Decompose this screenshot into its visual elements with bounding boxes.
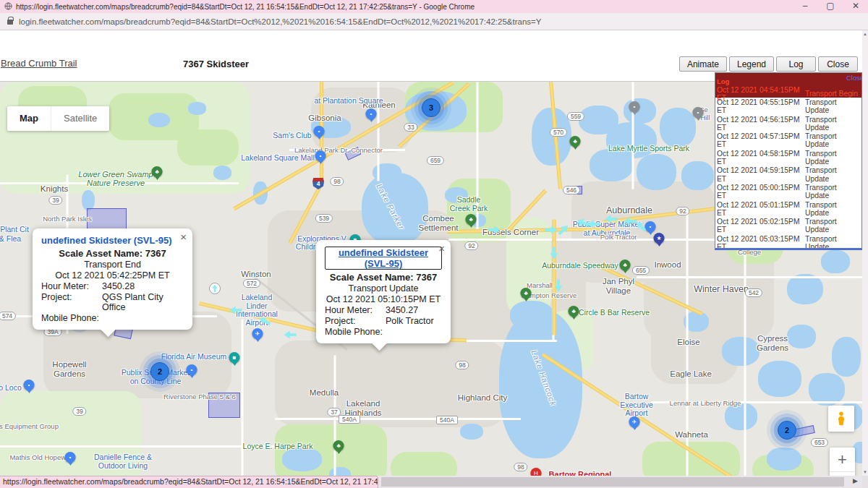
map-terrain (510, 301, 553, 330)
saddle-creek-pin[interactable]: ♣ (466, 214, 477, 225)
zoom-in-control[interactable]: + (830, 448, 855, 476)
cluster-marker[interactable]: 2 (150, 362, 169, 381)
map-road (744, 239, 746, 476)
map-road (632, 82, 634, 189)
map-terrain (787, 274, 823, 304)
publix-pin[interactable]: • (187, 364, 197, 375)
info-window-transport-end: × undefined Skidsteer (SVL-95) Scale Ass… (33, 228, 192, 330)
horizontal-scrollbar[interactable]: ▶ (378, 476, 862, 488)
project-label: Project: (325, 316, 386, 326)
mall-pin[interactable]: • (315, 150, 326, 161)
reserve-pin[interactable]: ♣ (521, 288, 532, 299)
project-value: QGS Plant City Office (102, 292, 184, 312)
map-terrain (832, 337, 861, 377)
log-entry-event: Transport Update (805, 218, 861, 234)
log-entry-event: Transport Update (805, 166, 861, 183)
plus-icon[interactable]: + (830, 448, 855, 471)
map-road (477, 82, 479, 231)
air-museum-pin[interactable]: ■ (229, 352, 240, 363)
lake-myrtle-pin[interactable]: ♣ (570, 136, 581, 147)
log-close-link[interactable]: Close (846, 74, 861, 82)
breadcrumb-arrow[interactable] (284, 331, 297, 339)
log-button[interactable]: Log (776, 56, 816, 72)
store-pin[interactable]: • (366, 108, 377, 119)
window-title: https://login.fleetwatcher.com/maps/brea… (16, 3, 475, 11)
park-pin[interactable]: ♣ (333, 440, 344, 451)
mobile-phone-label: Mobile Phone: (41, 313, 102, 323)
star-marker[interactable]: ★ (654, 233, 665, 244)
animate-button[interactable]: Animate (679, 56, 727, 72)
minimize-button[interactable]: – (794, 0, 816, 13)
map-terrain (758, 361, 801, 397)
log-entry-event: Transport Update (805, 201, 861, 218)
close-icon[interactable]: × (438, 242, 445, 254)
status-bar-url: https://login.fleetwatcher.com/maps/brea… (0, 476, 378, 488)
mobile-phone-label: Mobile Phone: (325, 327, 386, 337)
publix-pin[interactable]: • (645, 221, 656, 232)
scroll-right-arrow-icon[interactable]: ▶ (853, 477, 858, 484)
nature-preserve-pin[interactable]: ♣ (152, 166, 163, 177)
window-titlebar[interactable]: https://login.fleetwatcher.com/maps/brea… (0, 0, 868, 13)
map-type-control: Map Satellite (7, 106, 109, 131)
map-label: Plant Cit (0, 226, 29, 234)
map-type-satellite[interactable]: Satellite (51, 106, 109, 131)
close-window-button[interactable]: ✕ (845, 0, 867, 13)
scrollbar-thumb[interactable] (381, 477, 844, 487)
log-entry-begin: Oct 12 2021 04:54:15PM ET Transport Begi… (717, 87, 860, 102)
cluster-marker[interactable]: 3 (422, 98, 441, 117)
log-entry-time: Oct 12 2021 04:58:15PM ET (717, 150, 805, 166)
map-road (651, 401, 862, 403)
map-terrain (148, 113, 170, 127)
speedway-pin[interactable]: ♣ (620, 260, 631, 270)
map-road (0, 445, 275, 448)
airport-pin[interactable]: ✈ (629, 416, 640, 427)
restaurant-pin[interactable]: • (24, 380, 35, 390)
close-icon[interactable]: × (180, 231, 187, 243)
log-panel-title: Log (717, 77, 729, 85)
toolbar: Animate Legend Log Close (679, 56, 858, 72)
map-terrain (329, 467, 351, 476)
log-entry: Oct 12 2021 05:00:15PM ETTransport Updat… (715, 183, 861, 200)
route-badge: 559 (567, 112, 584, 121)
cluster-marker[interactable]: 2 (778, 421, 796, 440)
close-button[interactable]: Close (818, 56, 858, 72)
airport-pin[interactable]: ✈ (252, 328, 263, 339)
map-terrain (499, 310, 582, 458)
event-status: Transport End (41, 260, 184, 270)
address-bar[interactable]: login.fleetwatcher.com/maps/breadcrumb?e… (0, 13, 868, 30)
scroll-down-arrow-icon[interactable]: ▼ (862, 470, 868, 474)
map-terrain (767, 448, 801, 471)
pegman-street-view-control[interactable] (828, 406, 854, 432)
asset-name: Scale Asset Name: 7367 (325, 272, 442, 283)
route-badge: 542 (745, 288, 762, 297)
log-entry: Oct 12 2021 04:56:15PM ETTransport Updat… (715, 115, 861, 132)
event-status: Transport Update (325, 283, 442, 294)
gray-pin[interactable]: • (693, 107, 704, 118)
map-road (553, 219, 556, 335)
log-entry-time: Oct 12 2021 04:54:15PM ET (717, 87, 805, 102)
fence-store-pin[interactable]: • (65, 452, 76, 463)
breadcrumb-trail-link[interactable]: Bread Crumb Trail (1, 58, 77, 69)
map-type-map[interactable]: Map (7, 106, 51, 131)
reserve-pin[interactable]: ♣ (569, 306, 579, 317)
log-entry: Oct 12 2021 05:02:15PM ETTransport Updat… (715, 217, 861, 234)
map-road (686, 210, 689, 476)
map-road (448, 239, 731, 241)
vertical-scrollbar[interactable]: ▲ ▼ (862, 30, 868, 476)
map-terrain (177, 129, 239, 166)
asset-link[interactable]: undefined Skidsteer (SVL-95) (41, 235, 184, 246)
address-url[interactable]: login.fleetwatcher.com/maps/breadcrumb?e… (19, 17, 541, 26)
hospital-pin[interactable]: H (531, 468, 542, 476)
asset-link[interactable]: undefined Skidsteer (SVL-95) (325, 247, 442, 270)
sams-club-pin[interactable]: • (314, 126, 325, 137)
scroll-up-arrow-icon[interactable]: ▲ (862, 32, 868, 36)
project-label: Project: (41, 292, 102, 312)
gray-pin[interactable]: • (629, 101, 640, 112)
lock-icon (7, 20, 13, 25)
route-badge: 574 (0, 312, 16, 320)
map-terrain (445, 187, 468, 203)
maximize-button[interactable]: ▢ (820, 0, 841, 13)
route-badge: 540A (436, 416, 458, 424)
map-label: Wahneta (675, 430, 708, 440)
legend-button[interactable]: Legend (729, 56, 774, 72)
